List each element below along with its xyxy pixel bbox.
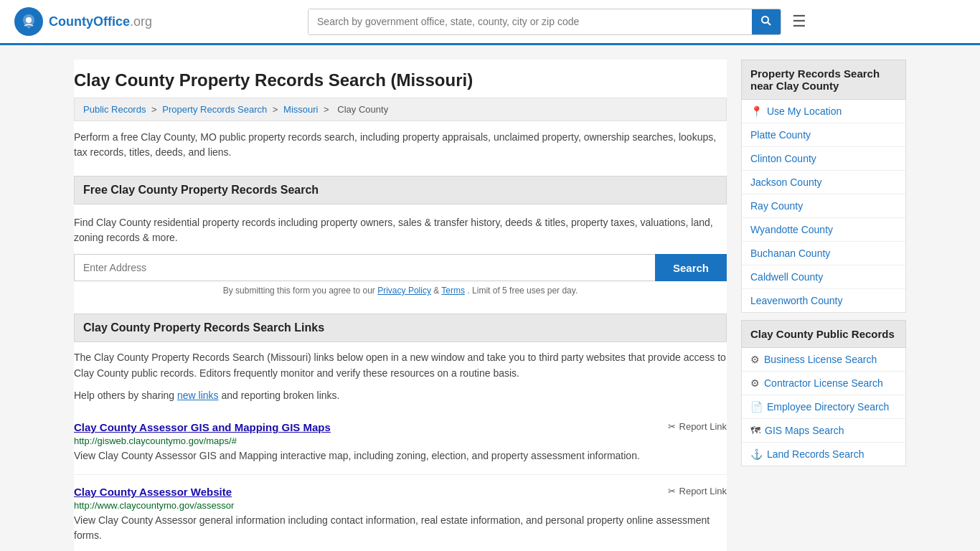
links-description: The Clay County Property Records Search … <box>74 342 727 410</box>
nearby-list: 📍 Use My Location Platte County Clinton … <box>741 100 906 313</box>
svg-line-3 <box>768 22 771 25</box>
svg-point-2 <box>762 17 768 23</box>
sidebar: Property Records Search near Clay County… <box>741 60 906 551</box>
sidebar-item-buchanan[interactable]: Buchanan County <box>742 242 905 265</box>
address-search-button[interactable]: Search <box>655 254 727 281</box>
sidebar-item-contractor-license[interactable]: ⚙ Contractor License Search <box>742 372 905 395</box>
address-input[interactable] <box>74 254 655 281</box>
breadcrumb-link-public-records[interactable]: Public Records <box>83 104 146 115</box>
link-item-1: Clay County Assessor Website ✂ Report Li… <box>74 475 727 551</box>
link-url-1: http://www.claycountymo.gov/assessor <box>74 500 727 511</box>
breadcrumb-link-missouri[interactable]: Missouri <box>283 104 318 115</box>
link-title-1[interactable]: Clay County Assessor Website <box>74 486 232 498</box>
link-url-0: http://gisweb.claycountymo.gov/maps/# <box>74 435 727 446</box>
link-title-0[interactable]: Clay County Assessor GIS and Mapping GIS… <box>74 421 331 433</box>
sidebar-item-land-records[interactable]: ⚓ Land Records Search <box>742 443 905 466</box>
free-search-form: Find Clay County residential property re… <box>74 204 727 306</box>
anchor-icon: ⚓ <box>750 448 763 460</box>
free-search-description: Find Clay County residential property re… <box>74 215 727 245</box>
nearby-section: Property Records Search near Clay County… <box>741 60 906 313</box>
logo-icon <box>14 7 43 36</box>
link-desc-1: View Clay County Assessor general inform… <box>74 513 727 543</box>
sidebar-item-employee-directory[interactable]: 📄 Employee Directory Search <box>742 395 905 419</box>
sidebar-item-jackson[interactable]: Jackson County <box>742 171 905 194</box>
sidebar-item-clinton[interactable]: Clinton County <box>742 147 905 171</box>
map-icon: 🗺 <box>750 425 760 436</box>
global-search-button[interactable] <box>752 9 781 34</box>
public-records-section: Clay County Public Records ⚙ Business Li… <box>741 320 906 466</box>
global-search-bar[interactable] <box>308 9 781 35</box>
links-section-header: Clay County Property Records Search Link… <box>74 314 727 342</box>
sidebar-item-wyandotte[interactable]: Wyandotte County <box>742 218 905 242</box>
breadcrumb-current: Clay County <box>337 104 388 115</box>
page-title: Clay County Property Records Search (Mis… <box>74 60 727 98</box>
public-records-header: Clay County Public Records <box>741 320 906 348</box>
gear-sm-icon: ⚙ <box>750 377 760 389</box>
gear-icon: ⚙ <box>750 354 760 365</box>
logo-text: CountyOffice.org <box>49 14 152 29</box>
form-note: By submitting this form you agree to our… <box>74 286 727 296</box>
svg-point-1 <box>26 17 32 23</box>
breadcrumb: Public Records > Property Records Search… <box>74 98 727 121</box>
sidebar-item-caldwell[interactable]: Caldwell County <box>742 265 905 289</box>
sidebar-item-platte[interactable]: Platte County <box>742 123 905 147</box>
main-content: Clay County Property Records Search (Mis… <box>74 60 727 551</box>
location-pin-icon: 📍 <box>750 105 763 117</box>
sidebar-item-gis-maps[interactable]: 🗺 GIS Maps Search <box>742 419 905 443</box>
page-description: Perform a free Clay County, MO public pr… <box>74 121 727 169</box>
breadcrumb-link-property-records-search[interactable]: Property Records Search <box>162 104 267 115</box>
sidebar-item-ray[interactable]: Ray County <box>742 194 905 218</box>
sidebar-item-use-my-location[interactable]: 📍 Use My Location <box>742 100 905 123</box>
doc-icon: 📄 <box>750 401 763 413</box>
free-search-header: Free Clay County Property Records Search <box>74 176 727 204</box>
terms-link[interactable]: Terms <box>441 286 465 296</box>
address-row: Search <box>74 254 727 281</box>
privacy-policy-link[interactable]: Privacy Policy <box>377 286 431 296</box>
sidebar-item-leavenworth[interactable]: Leavenworth County <box>742 289 905 312</box>
report-link-0[interactable]: ✂ Report Link <box>668 421 727 432</box>
use-my-location-link[interactable]: Use My Location <box>767 105 842 117</box>
report-link-1[interactable]: ✂ Report Link <box>668 486 727 496</box>
site-header: CountyOffice.org ☰ <box>0 0 980 45</box>
hamburger-menu[interactable]: ☰ <box>788 9 810 34</box>
nearby-header: Property Records Search near Clay County <box>741 60 906 100</box>
logo-area: CountyOffice.org <box>14 7 152 36</box>
global-search-input[interactable] <box>308 9 752 34</box>
new-links-link[interactable]: new links <box>177 390 219 401</box>
public-records-list: ⚙ Business License Search ⚙ Contractor L… <box>741 348 906 466</box>
link-desc-0: View Clay County Assessor GIS and Mappin… <box>74 448 727 463</box>
header-search-area: ☰ <box>308 9 810 35</box>
sidebar-item-business-license[interactable]: ⚙ Business License Search <box>742 348 905 372</box>
main-wrapper: Clay County Property Records Search (Mis… <box>60 45 920 551</box>
link-item-0: Clay County Assessor GIS and Mapping GIS… <box>74 410 727 475</box>
